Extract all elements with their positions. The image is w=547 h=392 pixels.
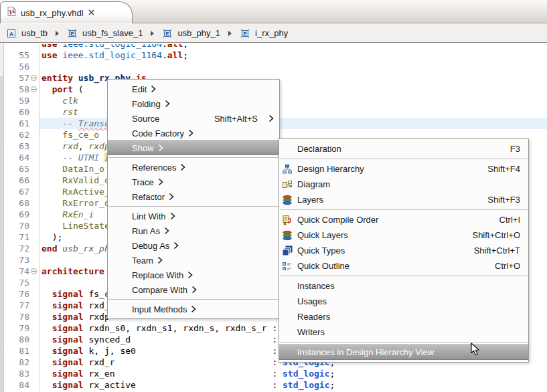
- menu-item-quick-layers[interactable]: Quick LayersShift+Ctrl+O: [279, 227, 528, 243]
- menu-item-readers[interactable]: Readers: [279, 309, 528, 324]
- submenu-arrow-icon: [187, 286, 197, 294]
- fold-column: [29, 254, 39, 266]
- menu-item-label: Debug As: [132, 241, 169, 251]
- show-submenu: DeclarationF3Design HierarchyShift+F4Dia…: [279, 138, 529, 363]
- fold-column: [29, 152, 39, 163]
- menu-item-input-methods[interactable]: Input Methods: [108, 302, 279, 316]
- submenu-arrow-icon: [165, 193, 174, 201]
- token-pl: rx_active :: [84, 380, 283, 390]
- token-kw: signal: [52, 334, 84, 345]
- fold-collapse-icon[interactable]: [31, 86, 37, 92]
- line-number: 83: [5, 368, 29, 379]
- menu-separator: [108, 157, 279, 158]
- menu-item-compare-with[interactable]: Compare With: [108, 282, 279, 297]
- breadcrumb-label: usb_fs_slave_1: [82, 28, 143, 38]
- code-text[interactable]: signal rx_en : std_logic;: [39, 368, 547, 379]
- svg-text:E: E: [244, 31, 247, 37]
- menu-icon-spacer: [282, 327, 293, 338]
- line-number: 77: [5, 300, 29, 311]
- line-number: 66: [5, 175, 29, 186]
- code-line-84[interactable]: 84 signal rx_active : std_logic;: [5, 379, 547, 391]
- menu-item-shortcut: F3: [497, 144, 520, 154]
- menu-item-label: Trace: [132, 177, 154, 187]
- menu-item-quick-outline[interactable]: Quick OutlineCtrl+O: [279, 258, 528, 274]
- menu-item-design-hierarchy[interactable]: Design HierarchyShift+F4: [279, 161, 528, 177]
- menu-item-label: Run As: [132, 226, 160, 236]
- code-text[interactable]: [39, 61, 547, 72]
- breadcrumb-item-usb-phy-1[interactable]: Eusb_phy_1: [162, 28, 220, 39]
- code-text[interactable]: signal rx_active : std_logic;: [39, 379, 547, 391]
- code-line-56[interactable]: 56: [5, 61, 547, 72]
- svg-text:A: A: [9, 30, 14, 37]
- menu-item-label: Instances in Design Hierarchy View: [297, 347, 434, 357]
- fold-column: [29, 209, 39, 220]
- menu-item-diagram[interactable]: Diagram: [279, 177, 528, 192]
- breadcrumb-item-usb-tb[interactable]: Ausb_tb: [6, 28, 48, 39]
- token-pl: ;: [330, 380, 335, 390]
- menu-item-declaration[interactable]: DeclarationF3: [279, 141, 528, 157]
- token-pl: rxd_r :: [84, 357, 283, 367]
- menu-item-instances[interactable]: Instances: [279, 278, 528, 294]
- menu-item-source[interactable]: SourceShift+Alt+S: [108, 111, 279, 126]
- token-pl: [42, 141, 62, 151]
- code-line-clipped[interactable]: use ieee.std_logic_1164.all;: [5, 44, 547, 50]
- menu-item-writers[interactable]: Writers: [279, 324, 528, 340]
- tab-usb-rx-phy[interactable]: V usb_rx_phy.vhdl: [0, 1, 133, 23]
- fold-column: [29, 231, 39, 243]
- menu-item-layers[interactable]: LayersShift+F3: [279, 192, 528, 207]
- breadcrumb-label: usb_phy_1: [177, 28, 220, 38]
- app-window: { "colors": { "keyword": "#8c1400", "typ…: [0, 0, 547, 392]
- menu-item-references[interactable]: References: [108, 160, 279, 175]
- token-kw: use: [42, 50, 57, 60]
- token-pl: [73, 73, 78, 83]
- menu-item-quick-compile-order[interactable]: Quick Compile OrderCtrl+I: [279, 212, 528, 227]
- annotation-ruler[interactable]: [0, 43, 4, 392]
- menu-item-shortcut: Shift+F3: [474, 195, 520, 205]
- menu-item-debug-as[interactable]: Debug As: [108, 238, 279, 253]
- breadcrumb-item-usb-fs-slave-1[interactable]: Eusb_fs_slave_1: [67, 28, 143, 39]
- menu-item-code-factory[interactable]: Code Factory: [108, 126, 279, 140]
- menu-item-lint-with[interactable]: Lint With: [108, 209, 279, 223]
- menu-icon-spacer: [282, 144, 293, 155]
- clipped-line-wrap: use ieee.std_logic_1164.all;: [5, 44, 547, 50]
- submenu-arrow-icon: [187, 305, 196, 313]
- code-text[interactable]: use ieee.std_logic_1164.all;: [39, 44, 547, 50]
- menu-item-label: Replace With: [132, 270, 183, 280]
- code-line-55[interactable]: 55use ieee.std_logic_1164.all;: [5, 50, 547, 61]
- menu-item-usages[interactable]: Usages: [279, 294, 528, 309]
- fold-column: [29, 129, 39, 140]
- fold-column: [29, 311, 39, 322]
- token-kw: use: [42, 44, 57, 49]
- menu-item-edit[interactable]: Edit: [108, 82, 279, 96]
- fold-column: [29, 197, 39, 209]
- line-number: 84: [5, 379, 29, 391]
- menu-item-refactor[interactable]: Refactor: [108, 189, 279, 204]
- menu-item-folding[interactable]: Folding: [108, 96, 279, 111]
- breadcrumb-item-i-rx-phy[interactable]: Ei_rx_phy: [240, 28, 288, 39]
- menu-item-quick-types[interactable]: Quick TypesShift+Ctrl+T: [279, 243, 528, 258]
- mouse-cursor: [471, 342, 480, 359]
- submenu-arrow-icon: [184, 129, 193, 137]
- token-pl: [42, 334, 52, 345]
- fold-collapse-icon[interactable]: [31, 75, 37, 81]
- token-pit: rst: [62, 107, 78, 117]
- menu-item-show[interactable]: Show: [108, 140, 279, 155]
- menu-item-team[interactable]: Team: [108, 253, 279, 268]
- menu-separator: [280, 159, 528, 159]
- menu-item-instances-in-design-hierarchy-view[interactable]: Instances in Design Hierarchy View: [279, 345, 528, 360]
- menu-item-label: Code Factory: [132, 128, 184, 138]
- menu-item-run-as[interactable]: Run As: [108, 223, 279, 238]
- token-kw: signal: [52, 380, 84, 390]
- svg-text:E: E: [71, 31, 74, 37]
- menu-item-label: Refactor: [132, 192, 165, 202]
- code-text[interactable]: use ieee.std_logic_1164.all;: [39, 50, 547, 61]
- layers-icon: [282, 230, 293, 241]
- tab-close-icon[interactable]: [88, 7, 95, 19]
- fold-collapse-icon[interactable]: [31, 268, 37, 274]
- menu-item-label: Quick Layers: [297, 230, 348, 240]
- menu-item-trace[interactable]: Trace: [108, 175, 279, 189]
- menu-item-label: Input Methods: [132, 304, 187, 314]
- code-line-83[interactable]: 83 signal rx_en : std_logic;: [5, 368, 547, 379]
- menu-item-replace-with[interactable]: Replace With: [108, 268, 279, 282]
- token-kw: signal: [52, 369, 84, 379]
